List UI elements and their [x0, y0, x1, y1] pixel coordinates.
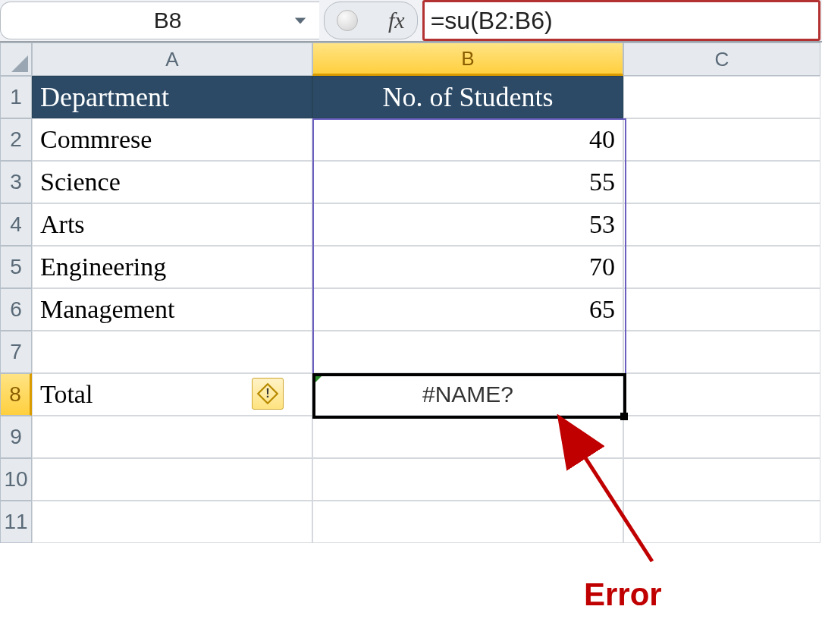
cell-C10[interactable]: [623, 458, 820, 501]
spreadsheet-grid[interactable]: A B C 1 Department No. of Students 2 Com…: [0, 42, 822, 543]
cell-B8-value: #NAME?: [321, 382, 615, 407]
cell-A10[interactable]: [32, 458, 312, 501]
row-header-1[interactable]: 1: [0, 76, 32, 118]
formula-input[interactable]: =su(B2:B6): [431, 7, 553, 35]
col-header-C[interactable]: C: [623, 42, 820, 76]
cell-B11[interactable]: [312, 501, 623, 543]
formula-bar-buttons: fx: [324, 2, 418, 39]
cell-C2[interactable]: [623, 118, 820, 161]
cell-A7[interactable]: [32, 331, 312, 373]
row-header-11[interactable]: 11: [0, 501, 32, 543]
formula-bar: B8 fx =su(B2:B6): [0, 0, 822, 42]
row-header-5[interactable]: 5: [0, 246, 32, 288]
row-header-7[interactable]: 7: [0, 331, 32, 373]
cell-C9[interactable]: [623, 416, 820, 458]
cell-A2[interactable]: Commrese: [32, 118, 312, 161]
cell-C6[interactable]: [623, 288, 820, 331]
row-header-4[interactable]: 4: [0, 203, 32, 246]
cancel-icon: [337, 10, 358, 31]
cell-C3[interactable]: [623, 161, 820, 203]
cell-C5[interactable]: [623, 246, 820, 288]
cell-A3[interactable]: Science: [32, 161, 312, 203]
cell-B9[interactable]: [312, 416, 623, 458]
cell-B2[interactable]: 40: [312, 118, 623, 161]
row-header-6[interactable]: 6: [0, 288, 32, 331]
cell-B8[interactable]: #NAME?: [312, 373, 623, 416]
error-smart-tag[interactable]: !: [252, 378, 284, 410]
cell-A6[interactable]: Management: [32, 288, 312, 331]
cell-A9[interactable]: [32, 416, 312, 458]
cell-C1[interactable]: [623, 76, 820, 118]
cell-B4[interactable]: 53: [312, 203, 623, 246]
formula-input-highlight: =su(B2:B6): [422, 0, 820, 41]
row-header-3[interactable]: 3: [0, 161, 32, 203]
cell-A5[interactable]: Engineering: [32, 246, 312, 288]
cell-B1[interactable]: No. of Students: [312, 76, 623, 118]
select-all-corner[interactable]: [0, 42, 32, 76]
row-header-9[interactable]: 9: [0, 416, 32, 458]
row-header-8[interactable]: 8: [0, 373, 32, 416]
cell-B10[interactable]: [312, 458, 623, 501]
name-box-container[interactable]: B8: [0, 2, 319, 39]
svg-text:!: !: [265, 386, 270, 400]
cell-C11[interactable]: [623, 501, 820, 543]
cell-B5[interactable]: 70: [312, 246, 623, 288]
cell-B6[interactable]: 65: [312, 288, 623, 331]
cell-B7[interactable]: [312, 331, 623, 373]
col-header-A[interactable]: A: [32, 42, 312, 76]
name-box-dropdown-icon[interactable]: [289, 9, 312, 32]
col-header-B[interactable]: B: [312, 42, 623, 76]
cell-A1[interactable]: Department: [32, 76, 312, 118]
cell-C8[interactable]: [623, 373, 820, 416]
cell-C7[interactable]: [623, 331, 820, 373]
svg-marker-0: [295, 17, 306, 24]
cell-C4[interactable]: [623, 203, 820, 246]
cell-A11[interactable]: [32, 501, 312, 543]
cell-A4[interactable]: Arts: [32, 203, 312, 246]
row-header-10[interactable]: 10: [0, 458, 32, 501]
annotation-label: Error: [584, 576, 662, 613]
error-triangle-icon: [313, 374, 324, 385]
name-box[interactable]: B8: [1, 8, 289, 33]
row-header-2[interactable]: 2: [0, 118, 32, 161]
cell-B3[interactable]: 55: [312, 161, 623, 203]
fx-icon[interactable]: fx: [388, 8, 405, 33]
